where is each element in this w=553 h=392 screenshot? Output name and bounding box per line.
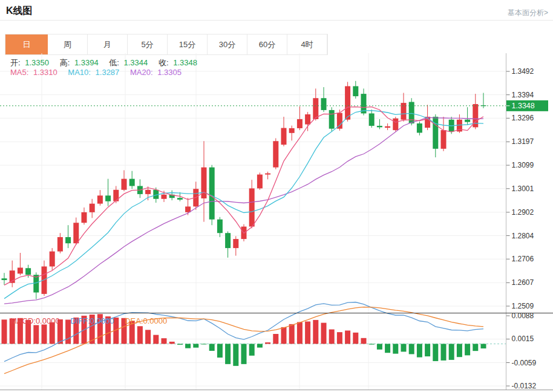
ma-legend: MA5: 1.3310 MA10: 1.3287 MA20: 1.3305 bbox=[10, 68, 184, 77]
macd-axis: 0.00880.0015-0.0059-0.0132 bbox=[506, 312, 537, 390]
price-tick-label: 1.3492 bbox=[512, 67, 534, 76]
ma10-line bbox=[4, 111, 483, 299]
tab-月[interactable]: 月 bbox=[88, 34, 128, 54]
price-tick-label: 1.3197 bbox=[512, 137, 534, 146]
ma20-value: 1.3305 bbox=[157, 68, 182, 77]
tab-4时[interactable]: 4时 bbox=[287, 34, 327, 54]
diff-label: DIFF: bbox=[70, 316, 90, 325]
tab-5分[interactable]: 5分 bbox=[128, 34, 168, 54]
ma20-line bbox=[4, 117, 483, 304]
ohlc-legend: 开: 1.3350 高: 1.3394 低: 1.3344 收: 1.3348 bbox=[10, 57, 200, 68]
timeframe-tab-strip: 日周月5分15分30分60分4时 bbox=[5, 34, 328, 55]
dea-label: DEA: bbox=[125, 316, 143, 325]
kline-chart-canvas[interactable]: 1.34921.33941.32961.31971.30991.30011.29… bbox=[0, 53, 553, 392]
page-title: K线图 bbox=[6, 5, 33, 18]
diff-value: 0.0000 bbox=[90, 316, 114, 325]
price-tick-label: 1.2509 bbox=[512, 302, 534, 310]
macd-value: 0.0000 bbox=[36, 316, 60, 325]
tab-日[interactable]: 日 bbox=[5, 34, 48, 54]
price-tick-label: 1.3296 bbox=[512, 114, 534, 122]
price-tick-label: 1.2706 bbox=[512, 255, 534, 263]
tab-周[interactable]: 周 bbox=[48, 34, 88, 54]
price-tick-label: 1.3099 bbox=[512, 161, 534, 169]
price-tick-label: 1.2902 bbox=[512, 208, 534, 217]
low-label: 低: bbox=[109, 58, 119, 67]
tab-30分[interactable]: 30分 bbox=[208, 34, 247, 54]
tab-60分[interactable]: 60分 bbox=[247, 34, 287, 54]
current-price-tag-label: 1.3348 bbox=[512, 102, 535, 110]
dea-value: 0.0000 bbox=[143, 316, 168, 325]
price-tick-label: 1.3001 bbox=[512, 185, 534, 193]
close-value: 1.3348 bbox=[173, 58, 197, 67]
macd-tick-label: 0.0015 bbox=[512, 335, 534, 343]
high-label: 高: bbox=[60, 58, 70, 67]
macd-tick-label: -0.0132 bbox=[512, 382, 537, 390]
fundamental-analysis-link[interactable]: 基本面分析> bbox=[508, 8, 548, 18]
price-tick-label: 1.2607 bbox=[512, 278, 534, 287]
low-value: 1.3344 bbox=[124, 58, 148, 67]
price-tick-label: 1.3394 bbox=[512, 91, 534, 99]
close-label: 收: bbox=[159, 58, 169, 67]
price-tick-label: 1.2804 bbox=[512, 232, 534, 240]
open-label: 开: bbox=[10, 58, 21, 67]
tab-15分[interactable]: 15分 bbox=[168, 34, 208, 54]
macd-label: MACD: bbox=[10, 316, 36, 325]
ma5-line bbox=[4, 107, 483, 286]
macd-legend: MACD:0.0000 DIFF:0.0000 DEA:0.0000 bbox=[10, 316, 169, 325]
kline-page: K线图 基本面分析> 日周月5分15分30分60分4时 1.34921.3394… bbox=[0, 0, 553, 392]
header-divider bbox=[0, 20, 553, 21]
ma10-value: 1.3287 bbox=[96, 68, 120, 77]
macd-tick-label: -0.0059 bbox=[512, 359, 537, 367]
open-value: 1.3350 bbox=[25, 58, 49, 67]
ma5-label: MA5: bbox=[10, 68, 28, 77]
ma20-label: MA20: bbox=[130, 68, 153, 77]
current-price-tag: 1.3348 bbox=[506, 100, 548, 111]
ma5-value: 1.3310 bbox=[33, 68, 57, 77]
ma10-label: MA10: bbox=[68, 68, 91, 77]
high-value: 1.3394 bbox=[74, 58, 99, 67]
